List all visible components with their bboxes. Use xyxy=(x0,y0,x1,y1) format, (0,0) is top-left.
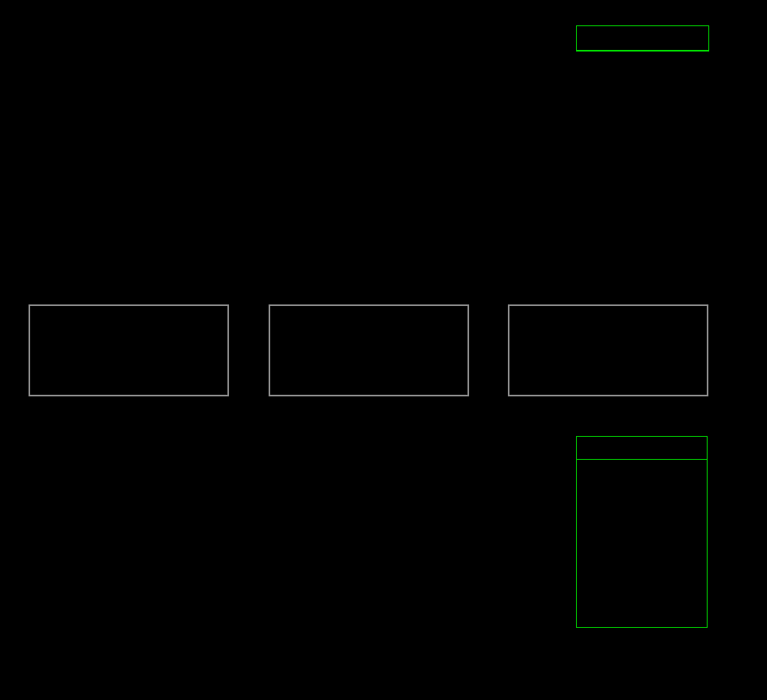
aip-output-table xyxy=(576,436,708,628)
thumbnail-eliminate-reflections-image xyxy=(270,306,467,395)
thumbnail-evidence-f2-trace-image xyxy=(509,306,707,395)
autoscala-output-table xyxy=(576,25,709,52)
autoscala-window: { "title": "La_Spezia (lat: +44.1, lon: … xyxy=(0,0,767,700)
bottom-ionogram-plot xyxy=(27,434,570,680)
bottom-ionogram-panel xyxy=(27,434,570,680)
aip-table-rows xyxy=(577,460,707,472)
top-ionogram-panel xyxy=(27,24,570,270)
autoscala-table-header xyxy=(577,26,708,51)
thumbnail-original-ionogram xyxy=(29,304,229,396)
thumbnail-eliminate-reflections xyxy=(269,304,469,396)
thumbnail-evidence-f2-trace xyxy=(508,304,708,396)
aip-table-header xyxy=(577,437,707,460)
thumbnail-original-ionogram-image xyxy=(30,306,227,395)
top-ionogram-plot xyxy=(27,24,570,270)
